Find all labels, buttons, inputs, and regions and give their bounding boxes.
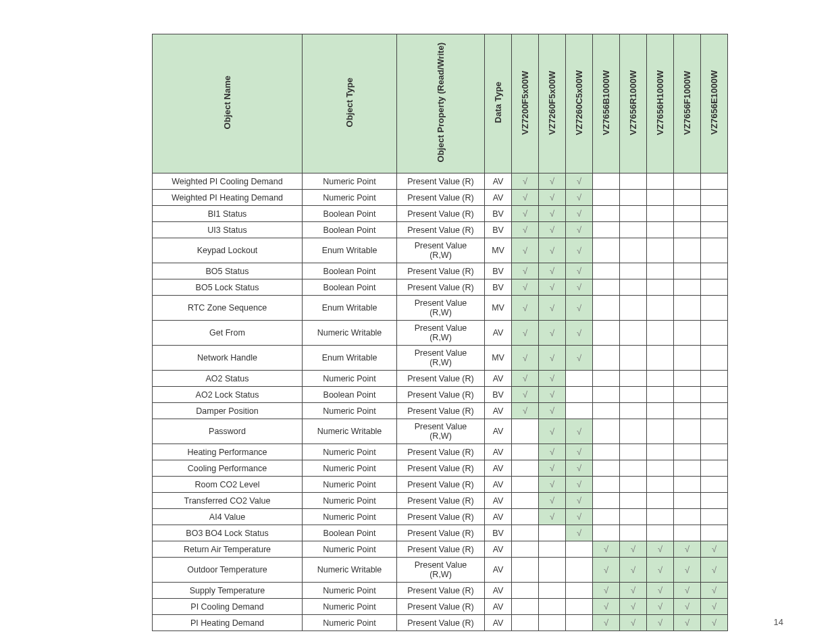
cell-data-type: AV: [485, 558, 512, 583]
cell-mark: √: [674, 615, 701, 631]
cell-mark: [566, 403, 593, 419]
cell-mark: [674, 460, 701, 477]
cell-mark: [674, 206, 701, 222]
cell-mark: [539, 525, 566, 541]
cell-object-name: BO3 BO4 Lock Status: [153, 525, 303, 541]
header-object-type: Object Type: [303, 34, 397, 173]
cell-object-name: UI3 Status: [153, 222, 303, 238]
cell-mark: [620, 190, 647, 206]
cell-mark: [647, 296, 674, 321]
cell-mark: [512, 615, 539, 631]
cell-mark: √: [539, 460, 566, 477]
cell-mark: [620, 477, 647, 493]
cell-data-type: BV: [485, 279, 512, 296]
cell-object-type: Boolean Point: [303, 222, 397, 238]
cell-mark: √: [512, 190, 539, 206]
cell-mark: √: [512, 279, 539, 296]
cell-mark: [647, 279, 674, 296]
cell-mark: √: [539, 346, 566, 371]
table-row: RTC Zone SequenceEnum WritablePresent Va…: [153, 296, 728, 321]
cell-object-type: Numeric Point: [303, 371, 397, 387]
cell-object-type: Numeric Point: [303, 460, 397, 477]
header-object-property: Object Property (Read/Write): [397, 34, 485, 173]
cell-mark: √: [539, 190, 566, 206]
cell-mark: [701, 346, 728, 371]
cell-mark: [512, 477, 539, 493]
cell-data-type: AV: [485, 190, 512, 206]
cell-object-property: Present Value (R): [397, 493, 485, 509]
cell-mark: √: [539, 321, 566, 346]
cell-mark: [566, 371, 593, 387]
cell-mark: [512, 493, 539, 509]
cell-object-type: Numeric Point: [303, 477, 397, 493]
cell-object-type: Numeric Writable: [303, 558, 397, 583]
cell-object-property: Present Value (R): [397, 387, 485, 403]
header-data-type: Data Type: [485, 34, 512, 173]
cell-object-property: Present Value(R,W): [397, 346, 485, 371]
cell-mark: [647, 444, 674, 460]
header-model: VZ7260F5x00W: [539, 34, 566, 173]
cell-object-name: RTC Zone Sequence: [153, 296, 303, 321]
cell-mark: [593, 263, 620, 279]
cell-data-type: AV: [485, 493, 512, 509]
cell-mark: [674, 190, 701, 206]
cell-mark: [701, 263, 728, 279]
cell-mark: [539, 558, 566, 583]
cell-object-name: Heating Performance: [153, 444, 303, 460]
cell-mark: √: [593, 541, 620, 558]
cell-mark: √: [647, 558, 674, 583]
cell-object-property: Present Value (R): [397, 222, 485, 238]
cell-mark: [593, 371, 620, 387]
cell-mark: √: [539, 444, 566, 460]
cell-object-property: Present Value(R,W): [397, 238, 485, 263]
cell-data-type: AV: [485, 173, 512, 190]
cell-object-type: Numeric Writable: [303, 321, 397, 346]
cell-object-type: Boolean Point: [303, 387, 397, 403]
cell-mark: [647, 190, 674, 206]
cell-mark: [593, 279, 620, 296]
cell-object-name: Network Handle: [153, 346, 303, 371]
cell-object-name: BO5 Status: [153, 263, 303, 279]
cell-mark: [620, 173, 647, 190]
table-row: AI4 ValueNumeric PointPresent Value (R)A…: [153, 509, 728, 525]
cell-object-name: Get From: [153, 321, 303, 346]
cell-mark: √: [566, 419, 593, 444]
cell-mark: √: [647, 615, 674, 631]
cell-mark: [512, 419, 539, 444]
cell-mark: √: [539, 477, 566, 493]
cell-mark: √: [566, 173, 593, 190]
cell-object-property: Present Value (R): [397, 190, 485, 206]
cell-mark: √: [512, 206, 539, 222]
cell-object-property: Present Value (R): [397, 583, 485, 599]
cell-mark: [674, 444, 701, 460]
cell-mark: [620, 460, 647, 477]
cell-object-name: Weighted PI Cooling Demand: [153, 173, 303, 190]
cell-mark: [701, 222, 728, 238]
cell-mark: [512, 525, 539, 541]
cell-mark: [512, 599, 539, 615]
cell-mark: √: [674, 599, 701, 615]
table-row: BO5 StatusBoolean PointPresent Value (R)…: [153, 263, 728, 279]
cell-mark: [701, 460, 728, 477]
cell-mark: √: [620, 615, 647, 631]
cell-mark: √: [566, 525, 593, 541]
cell-mark: [647, 346, 674, 371]
cell-mark: [512, 444, 539, 460]
cell-mark: √: [539, 403, 566, 419]
cell-mark: [620, 238, 647, 263]
cell-object-type: Numeric Point: [303, 444, 397, 460]
cell-mark: √: [620, 558, 647, 583]
cell-mark: √: [593, 583, 620, 599]
table-row: BO5 Lock StatusBoolean PointPresent Valu…: [153, 279, 728, 296]
cell-object-property: Present Value (R): [397, 279, 485, 296]
cell-data-type: AV: [485, 403, 512, 419]
cell-mark: [701, 238, 728, 263]
cell-mark: √: [701, 599, 728, 615]
cell-object-property: Present Value (R): [397, 615, 485, 631]
cell-object-name: AO2 Lock Status: [153, 387, 303, 403]
cell-object-property: Present Value (R): [397, 599, 485, 615]
cell-mark: √: [647, 541, 674, 558]
cell-mark: √: [620, 583, 647, 599]
object-table: Object Name Object Type Object Property …: [152, 34, 728, 631]
cell-data-type: AV: [485, 541, 512, 558]
